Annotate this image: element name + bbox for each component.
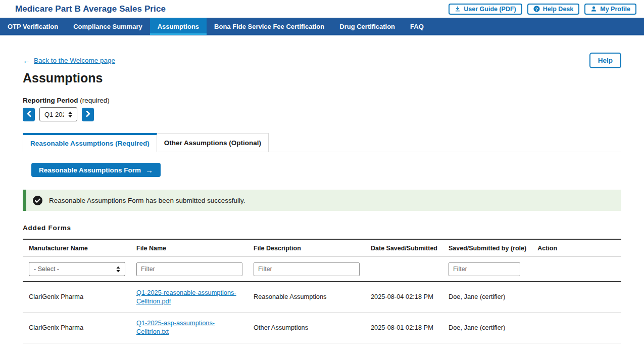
manufacturer-filter-select[interactable]: - Select - xyxy=(29,262,125,276)
back-link[interactable]: ← Back to the Welcome page xyxy=(23,56,115,65)
chevron-right-icon xyxy=(86,111,90,118)
svg-text:?: ? xyxy=(535,7,538,12)
page-title: Assumptions xyxy=(23,71,621,85)
next-period-button[interactable] xyxy=(82,108,94,121)
help-button[interactable]: Help xyxy=(589,53,621,68)
back-arrow-icon: ← xyxy=(23,56,30,65)
app-header: Medicare Part B Average Sales Price User… xyxy=(0,0,644,18)
nav-tab-drug-certification[interactable]: Drug Certification xyxy=(332,18,403,35)
reasonable-assumptions-form-button-label: Reasonable Assumptions Form xyxy=(39,166,141,174)
table-row: ClariGenix Pharma Q1-2025-asp-assumption… xyxy=(23,313,621,343)
main-nav: OTP Verification Compliance Summary Assu… xyxy=(0,18,644,36)
reasonable-assumptions-form-button[interactable]: Reasonable Assumptions Form → xyxy=(31,163,161,177)
column-header-saved-submitted-by: Saved/Submitted by (role) xyxy=(442,239,531,257)
app-title: Medicare Part B Average Sales Price xyxy=(15,4,166,14)
column-header-file-name: File Name xyxy=(130,239,247,257)
column-header-file-description: File Description xyxy=(247,239,365,257)
success-alert: Reasonable Assumptions Form has been sub… xyxy=(23,190,621,211)
saved-by-cell: Doe, Jane (certifier) xyxy=(442,313,531,343)
nav-tab-faq[interactable]: FAQ xyxy=(403,18,431,35)
manufacturer-cell: ClariGenix Pharma xyxy=(23,282,130,313)
main-content: ← Back to the Welcome page Help Assumpti… xyxy=(0,36,644,343)
file-description-cell: Other Assumptions xyxy=(247,313,365,343)
reporting-period-controls: Q1 2025 xyxy=(23,107,621,121)
table-filter-row: - Select - xyxy=(23,257,621,282)
user-guide-button[interactable]: User Guide (PDF) xyxy=(449,4,522,15)
assumptions-tabs: Reasonable Assumptions (Required) Other … xyxy=(23,133,621,152)
my-profile-label: My Profile xyxy=(600,6,630,13)
nav-tab-otp-verification[interactable]: OTP Verification xyxy=(0,18,66,35)
reporting-period-select-wrap: Q1 2025 xyxy=(39,107,77,121)
date-cell: 2025-08-01 02:18 PM xyxy=(365,313,442,343)
previous-period-button[interactable] xyxy=(23,108,35,121)
table-row: ClariGenix Pharma Q1-2025-reasonable-ass… xyxy=(23,282,621,313)
action-cell xyxy=(531,313,621,343)
person-icon xyxy=(590,6,597,12)
my-profile-button[interactable]: My Profile xyxy=(584,4,636,15)
back-link-label: Back to the Welcome page xyxy=(34,57,115,64)
file-name-filter-input[interactable] xyxy=(136,262,242,276)
page-top-row: ← Back to the Welcome page Help xyxy=(23,36,621,68)
nav-tab-bona-fide-service-fee-certification[interactable]: Bona Fide Service Fee Certification xyxy=(207,18,332,35)
help-desk-button[interactable]: ? Help Desk xyxy=(527,4,579,15)
nav-tab-compliance-summary[interactable]: Compliance Summary xyxy=(66,18,150,35)
reporting-period-select[interactable]: Q1 2025 xyxy=(40,108,77,121)
tab-other-assumptions[interactable]: Other Assumptions (Optional) xyxy=(157,133,269,152)
nav-tab-assumptions[interactable]: Assumptions xyxy=(150,18,207,35)
success-alert-message: Reasonable Assumptions Form has been sub… xyxy=(49,197,245,204)
header-actions: User Guide (PDF) ? Help Desk My Profile xyxy=(449,4,636,15)
question-circle-icon: ? xyxy=(533,6,540,12)
file-name-link[interactable]: Q1-2025-reasonable-assumptions-Celltrion… xyxy=(136,289,236,305)
saved-by-filter-input[interactable] xyxy=(449,262,520,276)
saved-by-cell: Doe, Jane (certifier) xyxy=(442,282,531,313)
reporting-period-required-note: (required) xyxy=(80,97,110,104)
user-guide-label: User Guide (PDF) xyxy=(464,6,516,13)
column-header-manufacturer-name: Manufacturer Name xyxy=(23,239,130,257)
right-arrow-icon: → xyxy=(145,166,153,174)
tab-reasonable-assumptions[interactable]: Reasonable Assumptions (Required) xyxy=(23,133,157,152)
column-header-action: Action xyxy=(531,239,621,257)
help-desk-label: Help Desk xyxy=(543,6,573,13)
added-forms-title: Added Forms xyxy=(23,224,621,232)
manufacturer-cell: ClariGenix Pharma xyxy=(23,313,130,343)
date-cell: 2025-08-04 02:18 PM xyxy=(365,282,442,313)
check-circle-icon xyxy=(33,196,42,205)
table-header-row: Manufacturer Name File Name File Descrip… xyxy=(23,239,621,257)
download-icon xyxy=(455,6,461,12)
file-name-link[interactable]: Q1-2025-asp-assumptions-Celltrion.txt xyxy=(136,319,215,335)
file-description-filter-input[interactable] xyxy=(254,262,360,276)
reporting-period-label-text: Reporting Period xyxy=(23,97,78,104)
manufacturer-filter-select-wrap: - Select - xyxy=(29,262,125,276)
action-cell xyxy=(531,282,621,313)
chevron-left-icon xyxy=(27,111,31,118)
added-forms-table: Manufacturer Name File Name File Descrip… xyxy=(23,239,621,343)
column-header-date-saved-submitted: Date Saved/Submitted xyxy=(365,239,442,257)
file-description-cell: Reasonable Assumptions xyxy=(247,282,365,313)
reporting-period-label: Reporting Period (required) xyxy=(23,97,621,104)
